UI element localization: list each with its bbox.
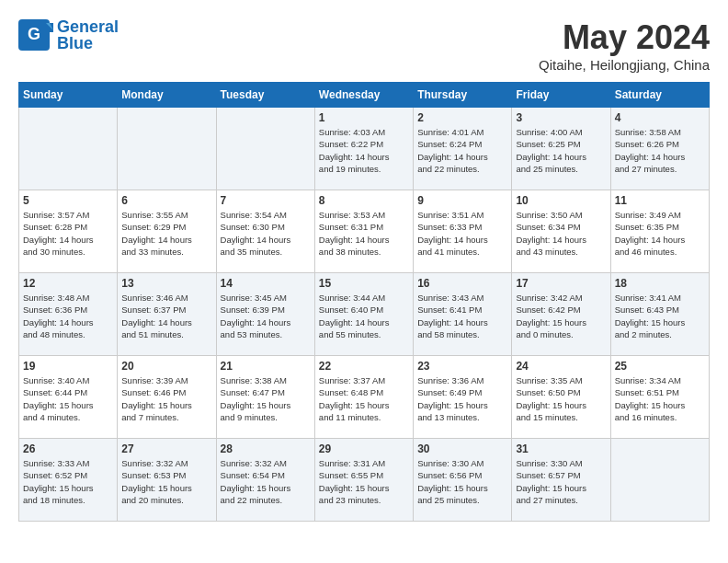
day-info: Sunrise: 3:39 AM Sunset: 6:46 PM Dayligh… <box>121 374 211 423</box>
day-number: 9 <box>417 194 507 207</box>
day-number: 7 <box>221 194 311 207</box>
calendar-cell: 24Sunrise: 3:35 AM Sunset: 6:50 PM Dayli… <box>512 356 610 439</box>
weekday-header: Tuesday <box>216 83 314 108</box>
day-info: Sunrise: 3:50 AM Sunset: 6:34 PM Dayligh… <box>516 209 606 258</box>
calendar-cell: 23Sunrise: 3:36 AM Sunset: 6:49 PM Dayli… <box>414 356 512 439</box>
logo-icon: G <box>18 19 53 51</box>
logo: G General Blue <box>18 18 119 52</box>
calendar-cell: 15Sunrise: 3:44 AM Sunset: 6:40 PM Dayli… <box>314 273 413 356</box>
day-number: 17 <box>516 277 606 290</box>
calendar-week-row: 19Sunrise: 3:40 AM Sunset: 6:44 PM Dayli… <box>19 356 710 439</box>
calendar-week-row: 12Sunrise: 3:48 AM Sunset: 6:36 PM Dayli… <box>19 273 710 356</box>
day-number: 22 <box>319 360 409 373</box>
logo-blue: Blue <box>57 35 119 52</box>
logo-general: General <box>57 18 119 35</box>
day-number: 6 <box>121 194 211 207</box>
day-info: Sunrise: 3:40 AM Sunset: 6:44 PM Dayligh… <box>23 374 113 423</box>
calendar-cell: 1Sunrise: 4:03 AM Sunset: 6:22 PM Daylig… <box>314 108 413 190</box>
day-info: Sunrise: 4:01 AM Sunset: 6:24 PM Dayligh… <box>417 126 507 175</box>
day-number: 18 <box>615 277 705 290</box>
day-number: 19 <box>23 360 113 373</box>
day-info: Sunrise: 3:54 AM Sunset: 6:30 PM Dayligh… <box>221 209 311 258</box>
day-info: Sunrise: 3:42 AM Sunset: 6:42 PM Dayligh… <box>516 292 606 340</box>
calendar-cell: 9Sunrise: 3:51 AM Sunset: 6:33 PM Daylig… <box>414 190 512 273</box>
day-info: Sunrise: 3:53 AM Sunset: 6:31 PM Dayligh… <box>319 209 409 258</box>
page-header: G General Blue May 2024 Qitaihe, Heilong… <box>18 18 710 73</box>
calendar-cell: 7Sunrise: 3:54 AM Sunset: 6:30 PM Daylig… <box>216 190 314 273</box>
calendar-cell <box>610 439 709 522</box>
calendar-cell: 22Sunrise: 3:37 AM Sunset: 6:48 PM Dayli… <box>314 356 413 439</box>
day-number: 31 <box>516 442 606 455</box>
weekday-header: Friday <box>512 83 610 108</box>
day-number: 27 <box>121 442 211 455</box>
calendar-cell: 29Sunrise: 3:31 AM Sunset: 6:55 PM Dayli… <box>314 439 413 522</box>
calendar-cell: 8Sunrise: 3:53 AM Sunset: 6:31 PM Daylig… <box>314 190 413 273</box>
day-number: 13 <box>121 277 211 290</box>
day-info: Sunrise: 3:43 AM Sunset: 6:41 PM Dayligh… <box>417 292 507 340</box>
day-number: 8 <box>319 194 409 207</box>
calendar-cell: 10Sunrise: 3:50 AM Sunset: 6:34 PM Dayli… <box>512 190 610 273</box>
calendar-cell: 13Sunrise: 3:46 AM Sunset: 6:37 PM Dayli… <box>118 273 216 356</box>
day-number: 23 <box>417 360 507 373</box>
calendar-cell: 16Sunrise: 3:43 AM Sunset: 6:41 PM Dayli… <box>414 273 512 356</box>
calendar-cell <box>19 108 118 190</box>
calendar-cell <box>216 108 314 190</box>
calendar-cell: 31Sunrise: 3:30 AM Sunset: 6:57 PM Dayli… <box>512 439 610 522</box>
day-number: 25 <box>615 360 705 373</box>
day-number: 5 <box>23 194 113 207</box>
calendar-cell: 20Sunrise: 3:39 AM Sunset: 6:46 PM Dayli… <box>118 356 216 439</box>
day-number: 12 <box>23 277 113 290</box>
day-number: 4 <box>615 111 705 124</box>
weekday-header: Monday <box>118 83 216 108</box>
day-number: 11 <box>615 194 705 207</box>
day-info: Sunrise: 4:03 AM Sunset: 6:22 PM Dayligh… <box>319 126 409 175</box>
day-info: Sunrise: 3:32 AM Sunset: 6:54 PM Dayligh… <box>221 457 311 506</box>
day-info: Sunrise: 3:30 AM Sunset: 6:56 PM Dayligh… <box>417 457 507 506</box>
day-info: Sunrise: 3:57 AM Sunset: 6:28 PM Dayligh… <box>23 209 113 258</box>
day-info: Sunrise: 3:45 AM Sunset: 6:39 PM Dayligh… <box>221 292 311 340</box>
weekday-header-row: SundayMondayTuesdayWednesdayThursdayFrid… <box>19 83 710 108</box>
calendar-cell: 12Sunrise: 3:48 AM Sunset: 6:36 PM Dayli… <box>19 273 118 356</box>
day-number: 26 <box>23 442 113 455</box>
day-number: 14 <box>221 277 311 290</box>
day-number: 15 <box>319 277 409 290</box>
calendar-cell: 25Sunrise: 3:34 AM Sunset: 6:51 PM Dayli… <box>610 356 709 439</box>
weekday-header: Saturday <box>610 83 709 108</box>
day-number: 2 <box>417 111 507 124</box>
day-number: 28 <box>221 442 311 455</box>
day-info: Sunrise: 3:51 AM Sunset: 6:33 PM Dayligh… <box>417 209 507 258</box>
day-info: Sunrise: 3:35 AM Sunset: 6:50 PM Dayligh… <box>516 374 606 423</box>
calendar-cell <box>118 108 216 190</box>
day-number: 29 <box>319 442 409 455</box>
calendar-cell: 30Sunrise: 3:30 AM Sunset: 6:56 PM Dayli… <box>414 439 512 522</box>
day-number: 30 <box>417 442 507 455</box>
calendar-cell: 6Sunrise: 3:55 AM Sunset: 6:29 PM Daylig… <box>118 190 216 273</box>
day-info: Sunrise: 3:46 AM Sunset: 6:37 PM Dayligh… <box>121 292 211 340</box>
calendar-cell: 26Sunrise: 3:33 AM Sunset: 6:52 PM Dayli… <box>19 439 118 522</box>
day-info: Sunrise: 3:32 AM Sunset: 6:53 PM Dayligh… <box>121 457 211 506</box>
weekday-header: Wednesday <box>314 83 413 108</box>
day-info: Sunrise: 3:34 AM Sunset: 6:51 PM Dayligh… <box>615 374 705 423</box>
day-info: Sunrise: 3:37 AM Sunset: 6:48 PM Dayligh… <box>319 374 409 423</box>
calendar-cell: 14Sunrise: 3:45 AM Sunset: 6:39 PM Dayli… <box>216 273 314 356</box>
day-info: Sunrise: 3:49 AM Sunset: 6:35 PM Dayligh… <box>615 209 705 258</box>
title-area: May 2024 Qitaihe, Heilongjiang, China <box>539 18 710 73</box>
day-info: Sunrise: 3:55 AM Sunset: 6:29 PM Dayligh… <box>121 209 211 258</box>
calendar-cell: 18Sunrise: 3:41 AM Sunset: 6:43 PM Dayli… <box>610 273 709 356</box>
day-number: 24 <box>516 360 606 373</box>
calendar-cell: 5Sunrise: 3:57 AM Sunset: 6:28 PM Daylig… <box>19 190 118 273</box>
weekday-header: Thursday <box>414 83 512 108</box>
calendar-week-row: 26Sunrise: 3:33 AM Sunset: 6:52 PM Dayli… <box>19 439 710 522</box>
day-info: Sunrise: 3:48 AM Sunset: 6:36 PM Dayligh… <box>23 292 113 340</box>
calendar-week-row: 5Sunrise: 3:57 AM Sunset: 6:28 PM Daylig… <box>19 190 710 273</box>
calendar-cell: 28Sunrise: 3:32 AM Sunset: 6:54 PM Dayli… <box>216 439 314 522</box>
calendar-cell: 11Sunrise: 3:49 AM Sunset: 6:35 PM Dayli… <box>610 190 709 273</box>
day-number: 20 <box>121 360 211 373</box>
calendar-cell: 27Sunrise: 3:32 AM Sunset: 6:53 PM Dayli… <box>118 439 216 522</box>
calendar-cell: 21Sunrise: 3:38 AM Sunset: 6:47 PM Dayli… <box>216 356 314 439</box>
calendar-cell: 4Sunrise: 3:58 AM Sunset: 6:26 PM Daylig… <box>610 108 709 190</box>
day-info: Sunrise: 3:41 AM Sunset: 6:43 PM Dayligh… <box>615 292 705 340</box>
calendar-week-row: 1Sunrise: 4:03 AM Sunset: 6:22 PM Daylig… <box>19 108 710 190</box>
day-info: Sunrise: 3:36 AM Sunset: 6:49 PM Dayligh… <box>417 374 507 423</box>
day-number: 16 <box>417 277 507 290</box>
